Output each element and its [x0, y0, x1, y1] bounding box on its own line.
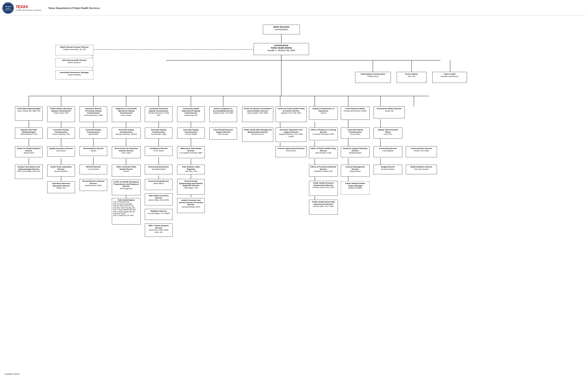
ph-data-hom-box: Public Health Data Strategy and Moderniz… [242, 128, 273, 142]
cd-title: Chief Deputy Commissioner [357, 73, 389, 75]
qa-name: Lisa Hutson [49, 150, 74, 152]
hhsc-exec-name: Commissioner [264, 28, 298, 31]
chs-name: James Farris [16, 152, 41, 154]
rl-title: Regional & Local Health Operations Deput… [113, 108, 139, 114]
hs-name: Luna D'Andra [81, 168, 106, 171]
eed-name: Heidi Bigas, PhD [178, 187, 203, 189]
dcse-title: Deputy Chief State Epidemiologist [16, 129, 41, 133]
phd-name: Monica Gamez [244, 133, 272, 135]
chief-of-staff-box: Chief of Staff Rachael Hendrickson [432, 72, 467, 83]
opm-name: Elizabeth Howard, MD [310, 170, 336, 172]
center-ph-policy-box: Center for Public Health Policy & Practi… [275, 106, 307, 122]
bd-name: Amanda Hudson [375, 168, 401, 171]
cse-name: Varun Shetty, MD, MBA, MS [16, 110, 41, 112]
hhs-subtitle: Health and Human Services [16, 9, 42, 11]
community-health-box: Community Health Improvement Deputy Comm… [177, 106, 205, 122]
gc-name: Cynthia Hernandez, JD, MS [57, 48, 92, 51]
cd2-name: Chris Drewa [146, 150, 171, 152]
adr-name: Rachael Sanchez, MSSW [113, 133, 139, 135]
hhsc-exec-box: HHSC Executive Commissioner [263, 25, 300, 34]
exec-ops-support-box: Executive Operations and Support Directo… [275, 128, 307, 142]
senior-advisor-box: Senior Advisor Kirk Cole [397, 72, 427, 83]
general-counsel-box: DSHS General Counsel* Director Cynthia H… [55, 45, 93, 55]
adl-name: Luis Morales, MBA [146, 133, 171, 135]
fdd-name: Adam Bilock [146, 182, 171, 185]
ada-name: Aelia Akhtar [81, 133, 106, 135]
dco-name: Vacant [310, 112, 336, 114]
ph-regions-box: Public Health Regions PHS 1: Scott Hilto… [112, 198, 141, 225]
ems-title: EMS / Trauma Systems Director [146, 225, 171, 229]
cfo-title: Chief Financial Officer [342, 108, 368, 110]
ir-title: Information Resources* Manager [57, 71, 92, 74]
ada-title: Associate Deputy Commissioner [81, 129, 106, 133]
ppm-name: Madhavi Koganti [342, 187, 368, 189]
ppm-title: Public Health Portfolio Project Manager [342, 182, 368, 187]
hpc-name: Nimisha Dhalda, MPH [178, 206, 203, 208]
info-resources-box: Information Resources* Manager Sylvia Ka… [55, 70, 93, 79]
commissioner-box: Commissioner Public Health (DSHS) Jennif… [254, 43, 309, 55]
mr-title: Media Relations Director [407, 166, 436, 168]
cm-title: Contract Management Director [342, 166, 368, 170]
texas-label: TEXAS [16, 5, 42, 9]
php-title: Public Health Partnership Advancement Di… [310, 201, 336, 205]
contract-mgmt-box: Contract Management Director Patty Melch… [341, 165, 370, 177]
compliance-dir-box: Compliance Director Chris Drewa [145, 146, 172, 156]
acc-title: Accounting Director [375, 147, 401, 150]
vs-title: Vital Statistics State Registrar [178, 166, 203, 170]
ph-lab-box: Public Health Laboratory Deputy Commissi… [47, 106, 75, 122]
env-name: Annabella Dillard [146, 168, 171, 171]
mc-title: Maternal & Child Health Director [178, 147, 203, 152]
phr-title: Public Health Regions [113, 199, 139, 201]
infectious-dis-box: Infectious Disease Prevention Deputy Com… [80, 106, 107, 122]
office-border-ph-box: Office of Border Public Health Director … [112, 165, 141, 177]
org-chart: HHSC Executive Commissioner Commissioner… [2, 18, 586, 377]
eed-title: Environmental Epidemiology and Disease R… [178, 180, 203, 187]
ia-title: HHS Internal Audit* Director [57, 59, 92, 61]
adj-name: Jeremy Triplett [178, 133, 203, 135]
environmental-dir-box: Environmental Director Annabella Dillard [145, 165, 172, 174]
assoc-deputy-jeremy-box: Associate Deputy Commissioner Jeremy Tri… [177, 128, 205, 139]
assoc-deputy-luis-box: Associate Deputy Commissioner Luis Moral… [145, 128, 172, 139]
rl-name: Dave Gruber [113, 114, 139, 116]
hs2-title: Heat Safety Assurance Director [146, 195, 171, 199]
heat-safety-box: Heat Safety Assurance Director James Dil… [145, 193, 172, 206]
mc-name: Lori Gabbert-Cherney, MBA [178, 152, 203, 154]
dcse-name: Diana Martinez, PhD [16, 133, 41, 135]
phra-title: Public Health Research Advancement Direc… [310, 182, 336, 186]
tb-hansens-box: TB and Hansen's Disease Director Sandra … [80, 179, 107, 191]
php-name: Jessica Hyde, MS, CHES [310, 205, 336, 208]
ems-name: Jamie Klein, MSN, MHA, BSN, RN [146, 229, 171, 233]
phd-title: Public Health Data Strategy and Moderniz… [244, 129, 272, 133]
sc-name: Barbara Klein, JD, EMR [211, 112, 236, 114]
assoc-deputy-aelia-box: Associate Deputy Commissioner Aelia Akht… [80, 128, 107, 139]
cse-title: Chief State Epidemiologist [16, 108, 41, 110]
adk-title: Associate Deputy Commissioner [342, 129, 368, 133]
biz-support-planning-box: Business Support Planning Director Danya… [341, 146, 370, 157]
adr-title: Associate Deputy Commissioner [113, 129, 139, 133]
fm-name: Ann Duncan [211, 133, 236, 135]
center-system-box: Center for System Coordination and Innov… [242, 106, 273, 122]
process-improvement-box: Process Improvement Director Kirk Dobson [275, 146, 307, 157]
deputy-chief-financial-box: Deputy Chief Financial Officer Loria Tra… [374, 128, 402, 139]
chief-deputy-box: Chief Deputy Commissioner Imelda Garoa [355, 72, 391, 83]
phr-regions: PHS 1: Scott Hilton, MD PHS 2/3: Aurora … [113, 201, 139, 217]
dcf-name: Loria Tran [375, 133, 401, 135]
cos-name: Rachael Hendrickson [434, 75, 465, 78]
opm-title: Office of Preventive Medicine Director [310, 166, 336, 170]
deputy-comm-ops-box: Deputy Commissioner of Operations Vacant [309, 106, 338, 120]
cpp-title: Center for Public Health Policy & Practi… [277, 108, 305, 112]
hs2-name: James Dillon, DVM, MPH [146, 199, 171, 201]
phl-title: Public Health Laboratory Deputy Commissi… [49, 108, 74, 112]
commissioner-name: Jennifer A. Shuford, MD, MPH [255, 49, 308, 52]
ga-title: Government Affairs Director [375, 108, 403, 110]
office-ph-policy-box: Office of Public Health Policy Director … [309, 146, 338, 158]
stl-title: South Texas Laboratory Director [49, 166, 74, 170]
vital-stats-box: Vital Statistics State Registrar Tara Da… [177, 165, 205, 174]
bd-title: Budget Director [375, 166, 401, 168]
media-relations-box: Media Relations Director Chris Van Deuse… [406, 165, 437, 174]
ch-name: Handa Hall, MD [178, 114, 203, 116]
assoc-deputy-susan-box: Associate Deputy Commissioner Susan Tank… [47, 128, 75, 139]
fiscal-monitoring-box: Fiscal Monitoring and Support Director A… [209, 128, 237, 140]
adk-name: Kevin Davis [342, 133, 368, 135]
eos-name: Angelica Martinez, MS, BSW, LBSW [277, 133, 305, 137]
